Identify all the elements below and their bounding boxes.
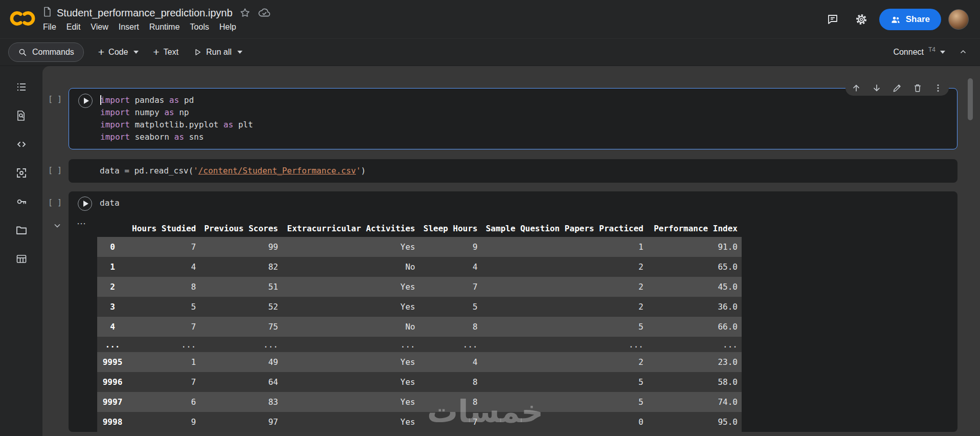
cell-output: ⋯ Hours StudiedPrevious ScoresExtracurri… <box>69 215 957 432</box>
add-code-label: Code <box>108 48 128 57</box>
dataframe-header-row: Hours StudiedPrevious ScoresExtracurricu… <box>97 220 742 237</box>
chevron-down-icon <box>237 51 242 54</box>
connect-button[interactable]: Connect T4 <box>893 48 945 57</box>
menu-view[interactable]: View <box>85 21 113 33</box>
table-cell: 74.0 <box>648 392 742 412</box>
move-cell-up-button[interactable] <box>851 82 862 94</box>
collapse-header-button[interactable] <box>959 48 968 57</box>
notebook-title[interactable]: Student_performance_prediction.ipynb <box>57 7 233 19</box>
cell-row-imports: [ ] <box>69 88 957 149</box>
delete-cell-button[interactable] <box>912 82 923 94</box>
table-cell: 95.0 <box>648 412 742 432</box>
settings-button[interactable] <box>851 9 872 30</box>
colab-logo[interactable] <box>8 9 37 30</box>
row-index: 9997 <box>97 392 128 412</box>
run-cell-button[interactable] <box>78 94 93 108</box>
notebook-canvas: [ ] <box>42 66 980 436</box>
code-cell-read-csv[interactable]: data = pd.read_csv('/content/Student_Per… <box>69 159 957 183</box>
menu-insert[interactable]: Insert <box>114 21 144 33</box>
table-cell: 45.0 <box>648 277 742 297</box>
menu-runtime[interactable]: Runtime <box>144 21 185 33</box>
menu-tools[interactable]: Tools <box>185 21 214 33</box>
code-editor-data[interactable]: data <box>69 191 957 215</box>
column-header: Sample Question Papers Practiced <box>482 220 648 237</box>
cell-toolbar <box>845 80 949 96</box>
code-cell-data-preview[interactable]: data ⋯ Hours StudiedPrevious ScoresExtra… <box>69 191 957 432</box>
add-text-button[interactable]: + Text <box>153 48 179 57</box>
table-cell: 1 <box>128 352 200 372</box>
table-row: 4775No8566.0 <box>97 317 742 337</box>
code-editor-read-csv[interactable]: data = pd.read_csv('/content/Student_Per… <box>69 159 957 183</box>
commands-button[interactable]: Commands <box>8 42 84 62</box>
comment-icon <box>827 13 839 26</box>
left-sidebar <box>0 66 42 436</box>
header-right: Share <box>822 9 980 30</box>
table-cell: 8 <box>419 372 482 392</box>
more-options-button[interactable] <box>932 82 944 94</box>
table-of-contents-button[interactable] <box>15 80 28 94</box>
table-cell: 97 <box>200 412 282 432</box>
menu-help[interactable]: Help <box>214 21 241 33</box>
code-snippets-button[interactable] <box>15 138 28 151</box>
comments-button[interactable] <box>822 9 843 30</box>
table-cell: 58.0 <box>648 372 742 392</box>
chevron-up-icon <box>959 48 968 57</box>
row-index: 9996 <box>97 372 128 392</box>
edit-cell-button[interactable] <box>892 82 903 94</box>
star-icon[interactable] <box>238 6 252 20</box>
scrollbar-thumb[interactable] <box>968 78 973 120</box>
files-button[interactable] <box>15 224 28 237</box>
avatar[interactable] <box>948 9 969 30</box>
move-cell-down-button[interactable] <box>871 82 882 94</box>
add-code-button[interactable]: + Code <box>98 48 139 57</box>
output-menu-button[interactable]: ⋯ <box>77 218 86 229</box>
table-row: 3552Yes5236.0 <box>97 297 742 317</box>
index-column-header <box>97 220 128 237</box>
table-cell: Yes <box>282 412 419 432</box>
chevron-down-icon <box>52 221 62 231</box>
variables-button[interactable] <box>15 166 28 180</box>
title-block: Student_performance_prediction.ipynb Fil… <box>43 5 272 33</box>
menu-edit[interactable]: Edit <box>61 21 86 33</box>
share-label: Share <box>906 14 930 25</box>
code-editor-imports[interactable]: import pandas as pdimport numpy as npimp… <box>69 89 957 149</box>
csv-path-link[interactable]: /content/Student_Performance.csv <box>198 166 356 176</box>
table-cell: 49 <box>200 352 282 372</box>
table-cell: 99 <box>200 237 282 257</box>
table-cell: 9 <box>419 237 482 257</box>
data-table-button[interactable] <box>15 252 28 266</box>
cloud-saved-icon[interactable] <box>257 6 272 20</box>
code-cell-imports[interactable]: import pandas as pdimport numpy as npimp… <box>69 88 957 149</box>
table-row: 2851Yes7245.0 <box>97 277 742 297</box>
table-cell: 52 <box>200 297 282 317</box>
table-cell: 64 <box>200 372 282 392</box>
notebook-file-icon <box>43 7 52 19</box>
run-cell-button[interactable] <box>78 197 92 211</box>
key-icon <box>15 195 28 208</box>
table-row: 9996764Yes8558.0 <box>97 372 742 392</box>
table-cell: 5 <box>128 297 200 317</box>
run-all-button[interactable]: Run all <box>193 48 242 57</box>
column-header: Performance Index <box>648 220 742 237</box>
row-index: 0 <box>97 237 128 257</box>
table-cell: 2 <box>482 352 648 372</box>
table-cell: ... <box>648 337 742 352</box>
menu-file[interactable]: File <box>38 21 61 33</box>
table-cell: 7 <box>128 317 200 337</box>
table-row: 9998997Yes7095.0 <box>97 412 742 432</box>
table-cell: 8 <box>419 317 482 337</box>
column-header: Sleep Hours <box>419 220 482 237</box>
find-replace-button[interactable] <box>15 109 28 122</box>
table-cell: 36.0 <box>648 297 742 317</box>
table-cell: ... <box>482 337 648 352</box>
gear-icon <box>855 13 867 26</box>
table-row: 9995149Yes4223.0 <box>97 352 742 372</box>
column-header: Hours Studied <box>128 220 200 237</box>
collapse-output-button[interactable] <box>52 220 63 231</box>
table-cell: 2 <box>482 277 648 297</box>
dataframe-table: Hours StudiedPrevious ScoresExtracurricu… <box>97 220 742 432</box>
play-outline-icon <box>193 48 202 57</box>
secrets-button[interactable] <box>15 195 28 208</box>
table-cell: 91.0 <box>648 237 742 257</box>
share-button[interactable]: Share <box>879 9 941 30</box>
